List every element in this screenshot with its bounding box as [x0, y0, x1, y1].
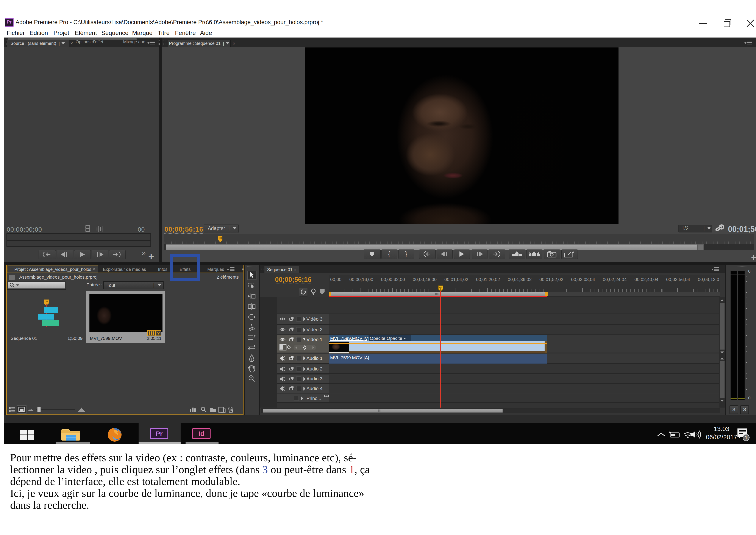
svg-text:1: 1	[745, 435, 747, 440]
